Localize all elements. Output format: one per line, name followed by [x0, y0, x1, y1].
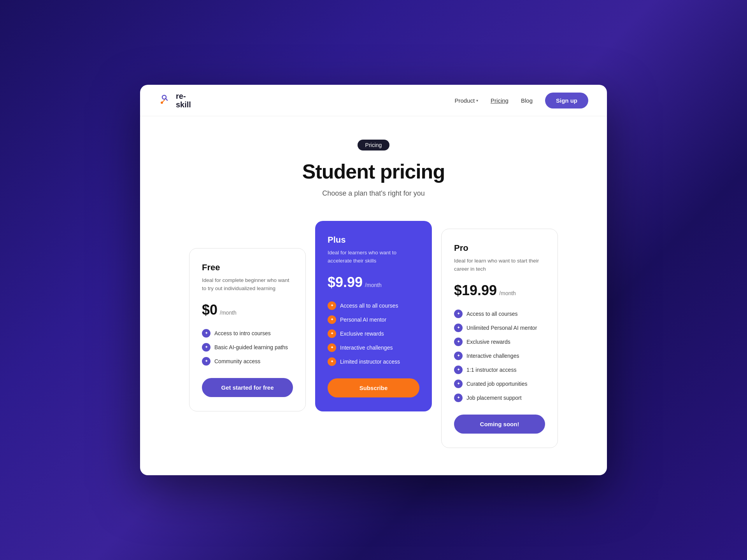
list-item: ✦ 1:1 instructor access — [454, 366, 545, 374]
list-item: ✦ Personal AI mentor — [328, 315, 419, 324]
pro-price: $19.99 /month — [454, 282, 545, 299]
pro-features-list: ✦ Access to all courses ✦ Unlimited Pers… — [454, 310, 545, 402]
feature-check-icon: ✦ — [328, 315, 336, 324]
list-item: ✦ Limited instructor access — [328, 357, 419, 366]
free-price-amount: $0 — [202, 302, 217, 318]
pro-plan-desc: Ideal for learn who want to start their … — [454, 257, 545, 273]
hero-section: Pricing Student pricing Choose a plan th… — [140, 116, 607, 213]
plus-price-amount: $9.99 — [328, 274, 363, 290]
plus-plan-card: Plus Ideal for learners who want to acce… — [315, 221, 432, 411]
feature-check-icon: ✦ — [328, 329, 336, 338]
pro-cta-button[interactable]: Coming soon! — [454, 415, 545, 434]
feature-check-icon: ✦ — [202, 357, 210, 366]
blog-nav-link[interactable]: Blog — [521, 97, 533, 104]
pricing-cards: Free Ideal for complete beginner who wan… — [140, 213, 607, 475]
hero-subtitle: Choose a plan that's right for you — [159, 189, 588, 198]
free-plan-card: Free Ideal for complete beginner who wan… — [189, 248, 306, 411]
list-item: ✦ Job placement support — [454, 394, 545, 402]
list-item: ✦ Curated job opportunities — [454, 380, 545, 388]
list-item: ✦ Access to all courses — [454, 310, 545, 318]
feature-check-icon: ✦ — [454, 324, 463, 332]
pro-plan-name: Pro — [454, 243, 545, 253]
feature-check-icon: ✦ — [202, 343, 210, 352]
feature-check-icon: ✦ — [328, 301, 336, 310]
logo[interactable]: re-skill — [159, 92, 191, 109]
feature-check-icon: ✦ — [202, 329, 210, 338]
list-item: ✦ Community access — [202, 357, 293, 366]
free-price: $0 /month — [202, 302, 293, 318]
feature-check-icon: ✦ — [454, 310, 463, 318]
browser-window: re-skill Product ▾ Pricing Blog Sign up … — [140, 85, 607, 475]
signup-button[interactable]: Sign up — [545, 93, 588, 108]
free-plan-name: Free — [202, 262, 293, 273]
svg-line-1 — [166, 98, 168, 100]
plus-cta-button[interactable]: Subscribe — [328, 378, 419, 397]
plus-price: $9.99 /month — [328, 274, 419, 290]
list-item: ✦ Interactive challenges — [328, 343, 419, 352]
pricing-badge: Pricing — [358, 140, 390, 150]
feature-check-icon: ✦ — [454, 394, 463, 402]
list-item: ✦ Exclusive rewards — [454, 338, 545, 346]
plus-plan-desc: Ideal for learners who want to accelerat… — [328, 249, 419, 265]
pro-price-period: /month — [499, 290, 516, 296]
chevron-down-icon: ▾ — [476, 98, 478, 103]
nav: re-skill Product ▾ Pricing Blog Sign up — [140, 85, 607, 116]
nav-links: Product ▾ Pricing Blog Sign up — [454, 93, 588, 108]
free-cta-button[interactable]: Get started for free — [202, 378, 293, 397]
page-title: Student pricing — [159, 160, 588, 183]
free-price-period: /month — [220, 310, 237, 316]
list-item: ✦ Unlimited Personal AI mentor — [454, 324, 545, 332]
pro-price-amount: $19.99 — [454, 282, 497, 299]
plus-plan-name: Plus — [328, 235, 419, 245]
plus-features-list: ✦ Access all to all courses ✦ Personal A… — [328, 301, 419, 366]
feature-check-icon: ✦ — [454, 352, 463, 360]
free-plan-desc: Ideal for complete beginner who want to … — [202, 276, 293, 292]
plus-price-period: /month — [365, 282, 382, 288]
feature-check-icon: ✦ — [454, 366, 463, 374]
feature-check-icon: ✦ — [454, 380, 463, 388]
list-item: ✦ Access to intro courses — [202, 329, 293, 338]
pro-plan-card: Pro Ideal for learn who want to start th… — [441, 229, 558, 448]
feature-check-icon: ✦ — [454, 338, 463, 346]
pricing-nav-link[interactable]: Pricing — [491, 97, 509, 104]
list-item: ✦ Interactive challenges — [454, 352, 545, 360]
feature-check-icon: ✦ — [328, 343, 336, 352]
product-nav-link[interactable]: Product ▾ — [454, 97, 478, 104]
list-item: ✦ Exclusive rewards — [328, 329, 419, 338]
svg-line-3 — [163, 100, 165, 102]
list-item: ✦ Basic AI-guided learning paths — [202, 343, 293, 352]
logo-text: re-skill — [176, 92, 191, 109]
list-item: ✦ Access all to all courses — [328, 301, 419, 310]
logo-icon — [159, 93, 173, 107]
free-features-list: ✦ Access to intro courses ✦ Basic AI-gui… — [202, 329, 293, 366]
feature-check-icon: ✦ — [328, 357, 336, 366]
